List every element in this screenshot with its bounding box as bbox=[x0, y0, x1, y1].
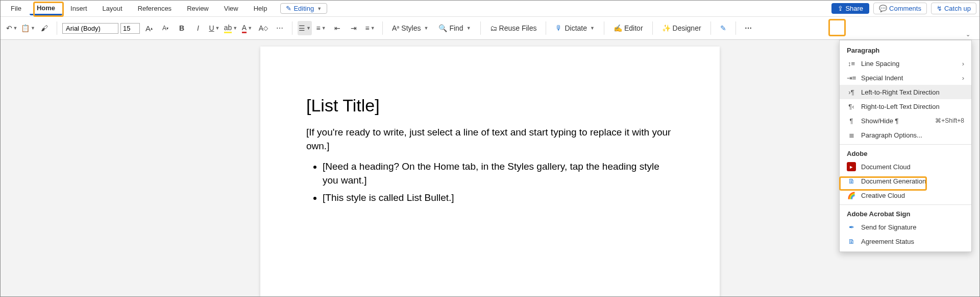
tab-review[interactable]: Review bbox=[180, 3, 216, 14]
list-item[interactable]: [This style is called List Bullet.] bbox=[323, 191, 674, 205]
menu-label: Agreement Status bbox=[861, 238, 914, 245]
menu-heading-adobe: Adobe bbox=[840, 147, 971, 159]
menu-label: Right-to-Left Text Direction bbox=[861, 103, 940, 110]
highlight-button[interactable]: ab▼ bbox=[224, 21, 238, 35]
comment-icon: 💬 bbox=[879, 5, 887, 12]
menu-label: Send for Signature bbox=[861, 223, 916, 231]
menu-show-hide[interactable]: ¶ Show/Hide ¶ ⌘+Shift+8 bbox=[840, 113, 971, 128]
tab-help[interactable]: Help bbox=[247, 3, 275, 14]
tab-insert[interactable]: Insert bbox=[63, 3, 94, 14]
mic-icon: 🎙 bbox=[555, 24, 562, 32]
doc-gen-icon: 🗎 bbox=[847, 176, 856, 186]
search-icon: 🔍 bbox=[438, 24, 447, 32]
document-paragraph[interactable]: [If you're ready to write, just select a… bbox=[306, 126, 674, 153]
menu-send-signature[interactable]: ✒ Send for Signature bbox=[840, 220, 971, 234]
dictate-label: Dictate bbox=[565, 24, 587, 32]
comments-label: Comments bbox=[889, 5, 921, 12]
catchup-button[interactable]: ↯ Catch up bbox=[931, 3, 976, 14]
bullets-button[interactable]: ☰▼ bbox=[298, 21, 312, 35]
menu-paragraph-options[interactable]: ≣ Paragraph Options... bbox=[840, 128, 971, 142]
pencil-icon: ✎ bbox=[286, 5, 291, 12]
menu-label: Paragraph Options... bbox=[861, 131, 922, 139]
catchup-label: Catch up bbox=[944, 5, 971, 12]
ribbon: ↶▼ 📋▼ 🖌 A▴ A▾ B I U▼ ab▼ A▼ A◇ ⋯ ☰▼ ≡▼ ⇤… bbox=[1, 17, 979, 40]
menu-label: Creative Cloud bbox=[861, 192, 905, 199]
editor-icon: ✍ bbox=[614, 24, 622, 32]
menu-rtl[interactable]: ¶‹ Right-to-Left Text Direction bbox=[840, 99, 971, 113]
bold-button[interactable]: B bbox=[175, 21, 189, 35]
reuse-files-button[interactable]: 🗂 Reuse Files bbox=[486, 20, 541, 36]
bullet-list[interactable]: [Need a heading? On the Home tab, in the… bbox=[323, 160, 674, 205]
indent-button[interactable]: ⇥ bbox=[347, 21, 361, 35]
editing-mode-button[interactable]: ✎ Editing ▼ bbox=[280, 3, 327, 14]
clear-format-button[interactable]: A◇ bbox=[256, 21, 271, 35]
list-item[interactable]: [Need a heading? On the Home tab, in the… bbox=[323, 160, 674, 187]
size-select[interactable] bbox=[120, 23, 140, 34]
tab-file[interactable]: File bbox=[4, 3, 29, 14]
styles-button[interactable]: Aᵃ Styles▼ bbox=[388, 20, 432, 36]
tab-references[interactable]: References bbox=[131, 3, 179, 14]
more-font-button[interactable]: ⋯ bbox=[273, 21, 287, 35]
menu-label: Left-to-Right Text Direction bbox=[861, 88, 940, 96]
tab-view[interactable]: View bbox=[217, 3, 246, 14]
find-button[interactable]: 🔍 Find▼ bbox=[434, 20, 475, 36]
pilcrow-icon: ¶ bbox=[847, 116, 856, 125]
document-area: [List Title] [If you're ready to write, … bbox=[1, 42, 979, 296]
ink-button[interactable]: ✎ bbox=[716, 21, 730, 35]
page: [List Title] [If you're ready to write, … bbox=[260, 47, 720, 296]
comments-button[interactable]: 💬 Comments bbox=[873, 3, 927, 14]
share-button[interactable]: ⇪ Share bbox=[831, 3, 869, 14]
editor-button[interactable]: ✍ Editor bbox=[609, 20, 647, 36]
tab-home[interactable]: Home bbox=[30, 2, 62, 15]
italic-button[interactable]: I bbox=[191, 21, 205, 35]
menu-creative-cloud[interactable]: 🌈 Creative Cloud bbox=[840, 188, 971, 202]
font-color-button[interactable]: A▼ bbox=[240, 21, 254, 35]
menu-shortcut: ⌘+Shift+8 bbox=[935, 117, 964, 124]
menu-ltr[interactable]: ›¶ Left-to-Right Text Direction bbox=[840, 85, 971, 99]
format-painter-button[interactable]: 🖌 bbox=[37, 21, 52, 35]
menu-document-cloud[interactable]: ▸ Document Cloud bbox=[840, 159, 971, 174]
menu-heading-sign: Adobe Acrobat Sign bbox=[840, 207, 971, 220]
styles-label: Styles bbox=[401, 24, 421, 32]
rtl-icon: ¶‹ bbox=[847, 102, 856, 111]
menu-line-spacing[interactable]: ↕≡ Line Spacing › bbox=[840, 56, 971, 71]
collapse-ribbon-icon[interactable]: ⌄ bbox=[966, 31, 970, 38]
tab-layout[interactable]: Layout bbox=[95, 3, 130, 14]
font-select[interactable] bbox=[62, 23, 118, 34]
document-title[interactable]: [List Title] bbox=[306, 96, 674, 116]
reuse-label: Reuse Files bbox=[499, 24, 537, 32]
line-spacing-icon: ↕≡ bbox=[847, 59, 856, 68]
menu-tabs: File Home Insert Layout References Revie… bbox=[1, 1, 979, 17]
ltr-icon: ›¶ bbox=[847, 87, 856, 97]
grow-font-button[interactable]: A▴ bbox=[142, 21, 156, 35]
menu-label: Show/Hide ¶ bbox=[861, 117, 898, 125]
chevron-right-icon: › bbox=[962, 60, 964, 67]
undo-button[interactable]: ↶▼ bbox=[5, 21, 19, 35]
paste-button[interactable]: 📋▼ bbox=[21, 21, 35, 35]
menu-label: Document Cloud bbox=[861, 163, 911, 171]
menu-heading-paragraph: Paragraph bbox=[840, 43, 971, 56]
overflow-button[interactable]: ⋯ bbox=[741, 21, 755, 35]
outdent-button[interactable]: ⇤ bbox=[330, 21, 345, 35]
overflow-menu: Paragraph ↕≡ Line Spacing › ⇥≡ Special I… bbox=[839, 40, 972, 252]
menu-document-generation[interactable]: 🗎 Document Generation bbox=[840, 174, 971, 188]
designer-button[interactable]: ✨ Designer bbox=[658, 20, 705, 36]
numbering-button[interactable]: ≡▼ bbox=[314, 21, 328, 35]
indent-icon: ⇥≡ bbox=[847, 73, 856, 82]
signature-icon: ✒ bbox=[847, 222, 856, 232]
options-icon: ≣ bbox=[847, 130, 856, 140]
creative-cloud-icon: 🌈 bbox=[847, 191, 856, 200]
styles-icon: Aᵃ bbox=[392, 24, 399, 32]
menu-special-indent[interactable]: ⇥≡ Special Indent › bbox=[840, 71, 971, 85]
align-button[interactable]: ≡▼ bbox=[363, 21, 377, 35]
editor-label: Editor bbox=[624, 24, 643, 32]
menu-agreement-status[interactable]: 🗎 Agreement Status bbox=[840, 234, 971, 248]
dictate-button[interactable]: 🎙 Dictate▼ bbox=[551, 20, 599, 36]
find-label: Find bbox=[449, 24, 463, 32]
menu-label: Document Generation bbox=[861, 177, 926, 185]
reuse-icon: 🗂 bbox=[490, 24, 497, 32]
designer-label: Designer bbox=[673, 24, 701, 32]
underline-button[interactable]: U▼ bbox=[207, 21, 222, 35]
right-actions: ⇪ Share 💬 Comments ↯ Catch up bbox=[831, 3, 976, 14]
shrink-font-button[interactable]: A▾ bbox=[158, 21, 173, 35]
